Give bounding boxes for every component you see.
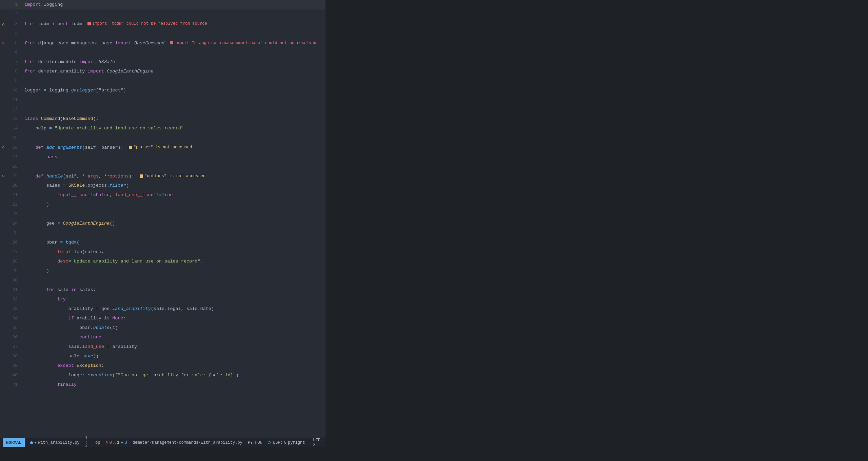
linenum-4: 4	[7, 29, 23, 38]
line-34: 34 if arability is None:	[0, 314, 326, 323]
code-3: from tqdm import tqdmImport "tqdm" could…	[23, 19, 326, 29]
code-28: desc="Update arability and land use on s…	[23, 257, 326, 266]
code-14: help = "Update arability and land use on…	[23, 124, 326, 133]
line-4: 4	[0, 29, 326, 38]
linenum-29: 29	[7, 266, 23, 276]
line-9: 9	[0, 76, 326, 86]
status-scroll: Top	[90, 440, 103, 445]
code-21: legal__isnull=False, land_use__isnull=Tr…	[23, 190, 326, 200]
code-17: pass	[23, 152, 326, 162]
code-22: )	[23, 200, 326, 209]
line-20: 20 sales = SKSale.objects.filter(	[0, 181, 326, 190]
linenum-38: 38	[7, 352, 23, 361]
linenum-23: 23	[7, 209, 23, 219]
status-lsp: LSP: 0 pyright	[265, 440, 308, 445]
linenum-26: 26	[7, 238, 23, 247]
gutter-3: △	[0, 19, 7, 29]
code-40: logger.exception(f"Can not get arability…	[23, 371, 326, 380]
status-cursor: 1 : 1	[82, 436, 90, 447]
code-38: sale.save()	[23, 352, 326, 361]
linenum-6: 6	[7, 48, 23, 57]
line-27: 27 total=len(sales),	[0, 247, 326, 257]
linenum-20: 20	[7, 181, 23, 190]
statusbar: NORMAL ● with_arability.py 1 : 1 Top ⊘ 0…	[0, 438, 326, 447]
linenum-17: 17	[7, 152, 23, 162]
code-26: pbar = tqdm(	[23, 238, 326, 247]
linenum-3: 3	[7, 19, 23, 29]
linenum-15: 15	[7, 133, 23, 143]
line-41: 41 finally:	[0, 380, 326, 390]
code-35: pbar.update(1)	[23, 323, 326, 333]
gutter-5: ○	[0, 38, 7, 48]
linenum-12: 12	[7, 105, 23, 114]
linenum-36: 36	[7, 333, 23, 342]
linenum-31: 31	[7, 285, 23, 295]
line-31: 31 for sale in sales:	[0, 285, 326, 295]
line-10: 10 logger = logging.getLogger("project")	[0, 86, 326, 95]
code-20: sales = SKSale.objects.filter(	[23, 181, 326, 190]
linenum-10: 10	[7, 86, 23, 95]
code-41: finally:	[23, 380, 326, 390]
line-2: 2	[0, 9, 326, 19]
linenum-25: 25	[7, 228, 23, 238]
line-14: 14 help = "Update arability and land use…	[0, 124, 326, 133]
modified-dot	[30, 441, 33, 444]
code-editor[interactable]: 1 import logging 2 △ 3 from tqdm import …	[0, 0, 326, 447]
line-28: 28 desc="Update arability and land use o…	[0, 257, 326, 266]
line-13: 13 class Command(BaseCommand):	[0, 114, 326, 124]
line-17: 17 pass	[0, 152, 326, 162]
linenum-30: 30	[7, 276, 23, 285]
line-21: 21 legal__isnull=False, land_use__isnull…	[0, 190, 326, 200]
linenum-11: 11	[7, 95, 23, 105]
linenum-19: 19	[7, 171, 23, 181]
code-13: class Command(BaseCommand):	[23, 114, 326, 124]
line-18: 18	[0, 162, 326, 171]
linenum-8: 8	[7, 67, 23, 76]
line-24: 24 gee = GoogleEarthEngine()	[0, 219, 326, 228]
status-filepath: demeter/management/commands/with_arabili…	[130, 440, 245, 445]
linenum-18: 18	[7, 162, 23, 171]
status-encoding: UTF-8	[310, 438, 326, 447]
code-27: total=len(sales),	[23, 247, 326, 257]
info-count: 3	[125, 440, 127, 445]
gutter-16: ○	[0, 143, 7, 152]
linenum-9: 9	[7, 76, 23, 86]
line-5: ○ 5 from django.core.management.base imp…	[0, 38, 326, 48]
code-31: for sale in sales:	[23, 285, 326, 295]
linenum-1: 1	[7, 0, 23, 9]
line-23: 23	[0, 209, 326, 219]
code-5: from django.core.management.base import …	[23, 38, 326, 48]
code-34: if arability is None:	[23, 314, 326, 323]
status-diagnostics: ⊘ 0 △ 1 ● 3	[103, 440, 130, 445]
linenum-28: 28	[7, 257, 23, 266]
code-19: def handle(self, *_args, **options):"opt…	[23, 171, 326, 181]
encoding-value: UTF-8	[313, 438, 323, 447]
scroll-value: Top	[93, 440, 100, 445]
line-22: 22 )	[0, 200, 326, 209]
linenum-7: 7	[7, 57, 23, 67]
line-1: 1 import logging	[0, 0, 326, 9]
line-12: 12	[0, 105, 326, 114]
lsp-errors: 0	[284, 440, 287, 445]
line-30: 30	[0, 276, 326, 285]
lsp-icon	[268, 441, 271, 444]
line-40: 40 logger.exception(f"Can not get arabil…	[0, 371, 326, 380]
line-19: ○ 19 def handle(self, *_args, **options)…	[0, 171, 326, 181]
line-37: 37 sale.land_use = arability	[0, 342, 326, 352]
line-6: 6	[0, 48, 326, 57]
line-16: ○ 16 def add_arguments(self, parser):"pa…	[0, 143, 326, 152]
linenum-24: 24	[7, 219, 23, 228]
line-8: 8 from demeter.arability import GoogleEa…	[0, 67, 326, 76]
status-filesize: ● with_arability.py	[27, 440, 82, 445]
line-11: 11	[0, 95, 326, 105]
right-panel	[326, 0, 868, 461]
filesize-value: ●	[34, 440, 37, 445]
linenum-37: 37	[7, 342, 23, 352]
linenum-33: 33	[7, 304, 23, 314]
line-36: 36 continue	[0, 333, 326, 342]
line-29: 29 )	[0, 266, 326, 276]
linenum-5: 5	[7, 38, 23, 48]
linenum-2: 2	[7, 9, 23, 19]
linenum-34: 34	[7, 314, 23, 323]
linenum-39: 39	[7, 361, 23, 371]
